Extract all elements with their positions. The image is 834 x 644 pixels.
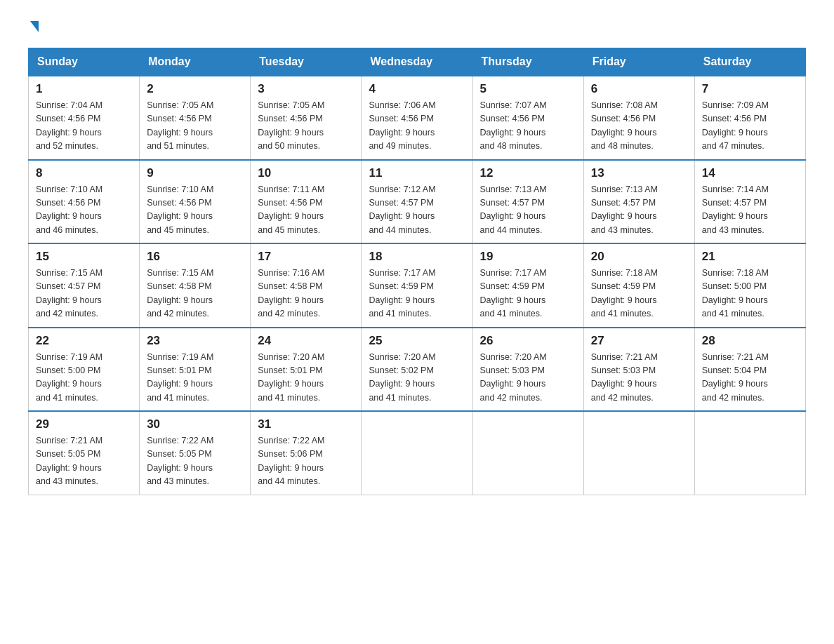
day-number: 25 [369,334,465,348]
day-info: Sunrise: 7:21 AM Sunset: 5:03 PM Dayligh… [591,351,687,405]
day-info: Sunrise: 7:21 AM Sunset: 5:04 PM Dayligh… [702,351,798,405]
day-number: 21 [702,250,798,264]
calendar-cell: 11 Sunrise: 7:12 AM Sunset: 4:57 PM Dayl… [362,160,472,244]
day-info: Sunrise: 7:10 AM Sunset: 4:56 PM Dayligh… [147,183,243,238]
calendar-cell: 19 Sunrise: 7:17 AM Sunset: 4:59 PM Dayl… [472,243,583,328]
day-info: Sunrise: 7:11 AM Sunset: 4:56 PM Dayligh… [258,183,354,238]
day-info: Sunrise: 7:12 AM Sunset: 4:57 PM Dayligh… [369,183,465,238]
day-number: 12 [480,166,576,180]
day-info: Sunrise: 7:06 AM Sunset: 4:56 PM Dayligh… [369,99,465,154]
day-info: Sunrise: 7:17 AM Sunset: 4:59 PM Dayligh… [369,267,465,321]
calendar-cell: 28 Sunrise: 7:21 AM Sunset: 5:04 PM Dayl… [694,328,805,412]
calendar-cell [583,411,694,495]
calendar-cell: 1 Sunrise: 7:04 AM Sunset: 4:56 PM Dayli… [29,76,140,160]
calendar-cell: 30 Sunrise: 7:22 AM Sunset: 5:05 PM Dayl… [140,411,251,495]
calendar-cell: 27 Sunrise: 7:21 AM Sunset: 5:03 PM Dayl… [583,328,694,412]
calendar-cell: 13 Sunrise: 7:13 AM Sunset: 4:57 PM Dayl… [583,160,694,244]
day-info: Sunrise: 7:04 AM Sunset: 4:56 PM Dayligh… [36,99,132,154]
day-info: Sunrise: 7:20 AM Sunset: 5:02 PM Dayligh… [369,351,465,405]
calendar-cell [694,411,805,495]
day-info: Sunrise: 7:15 AM Sunset: 4:57 PM Dayligh… [36,267,132,321]
day-info: Sunrise: 7:20 AM Sunset: 5:01 PM Dayligh… [258,351,354,405]
day-number: 13 [591,166,687,180]
calendar-cell [472,411,583,495]
calendar-cell: 12 Sunrise: 7:13 AM Sunset: 4:57 PM Dayl… [472,160,583,244]
weekday-header-tuesday: Tuesday [251,48,362,76]
day-number: 22 [36,334,132,348]
day-info: Sunrise: 7:08 AM Sunset: 4:56 PM Dayligh… [591,99,687,154]
day-number: 28 [702,334,798,348]
calendar-cell: 29 Sunrise: 7:21 AM Sunset: 5:05 PM Dayl… [29,411,140,495]
day-number: 11 [369,166,465,180]
day-info: Sunrise: 7:09 AM Sunset: 4:56 PM Dayligh… [702,99,798,154]
weekday-header-friday: Friday [583,48,694,76]
day-info: Sunrise: 7:05 AM Sunset: 4:56 PM Dayligh… [258,99,354,154]
calendar-table: SundayMondayTuesdayWednesdayThursdayFrid… [28,48,806,495]
day-info: Sunrise: 7:18 AM Sunset: 5:00 PM Dayligh… [702,267,798,321]
calendar-week-row: 15 Sunrise: 7:15 AM Sunset: 4:57 PM Dayl… [29,243,806,328]
calendar-week-row: 29 Sunrise: 7:21 AM Sunset: 5:05 PM Dayl… [29,411,806,495]
day-number: 31 [258,417,354,431]
day-info: Sunrise: 7:17 AM Sunset: 4:59 PM Dayligh… [480,267,576,321]
day-number: 18 [369,250,465,264]
calendar-week-row: 8 Sunrise: 7:10 AM Sunset: 4:56 PM Dayli… [29,160,806,244]
calendar-week-row: 1 Sunrise: 7:04 AM Sunset: 4:56 PM Dayli… [29,76,806,160]
day-number: 1 [36,82,132,96]
calendar-cell: 26 Sunrise: 7:20 AM Sunset: 5:03 PM Dayl… [472,328,583,412]
day-number: 27 [591,334,687,348]
calendar-cell: 7 Sunrise: 7:09 AM Sunset: 4:56 PM Dayli… [694,76,805,160]
calendar-cell: 9 Sunrise: 7:10 AM Sunset: 4:56 PM Dayli… [140,160,251,244]
day-number: 29 [36,417,132,431]
day-number: 7 [702,82,798,96]
calendar-cell: 20 Sunrise: 7:18 AM Sunset: 4:59 PM Dayl… [583,243,694,328]
day-number: 10 [258,166,354,180]
day-info: Sunrise: 7:22 AM Sunset: 5:06 PM Dayligh… [258,434,354,489]
calendar-cell: 14 Sunrise: 7:14 AM Sunset: 4:57 PM Dayl… [694,160,805,244]
day-info: Sunrise: 7:21 AM Sunset: 5:05 PM Dayligh… [36,434,132,489]
calendar-cell: 18 Sunrise: 7:17 AM Sunset: 4:59 PM Dayl… [362,243,472,328]
day-number: 14 [702,166,798,180]
day-info: Sunrise: 7:16 AM Sunset: 4:58 PM Dayligh… [258,267,354,321]
day-info: Sunrise: 7:10 AM Sunset: 4:56 PM Dayligh… [36,183,132,238]
day-info: Sunrise: 7:15 AM Sunset: 4:58 PM Dayligh… [147,267,243,321]
day-number: 3 [258,82,354,96]
day-number: 20 [591,250,687,264]
calendar-cell: 25 Sunrise: 7:20 AM Sunset: 5:02 PM Dayl… [362,328,472,412]
calendar-cell: 31 Sunrise: 7:22 AM Sunset: 5:06 PM Dayl… [251,411,362,495]
day-number: 24 [258,334,354,348]
day-number: 16 [147,250,243,264]
calendar-cell: 16 Sunrise: 7:15 AM Sunset: 4:58 PM Dayl… [140,243,251,328]
weekday-header-wednesday: Wednesday [362,48,472,76]
day-info: Sunrise: 7:13 AM Sunset: 4:57 PM Dayligh… [480,183,576,238]
weekday-header-row: SundayMondayTuesdayWednesdayThursdayFrid… [29,48,806,76]
calendar-week-row: 22 Sunrise: 7:19 AM Sunset: 5:00 PM Dayl… [29,328,806,412]
day-info: Sunrise: 7:19 AM Sunset: 5:00 PM Dayligh… [36,351,132,405]
day-number: 4 [369,82,465,96]
weekday-header-saturday: Saturday [694,48,805,76]
day-info: Sunrise: 7:05 AM Sunset: 4:56 PM Dayligh… [147,99,243,154]
logo-triangle-icon [30,21,39,32]
day-number: 15 [36,250,132,264]
day-number: 5 [480,82,576,96]
day-info: Sunrise: 7:13 AM Sunset: 4:57 PM Dayligh… [591,183,687,238]
weekday-header-monday: Monday [140,48,251,76]
day-info: Sunrise: 7:22 AM Sunset: 5:05 PM Dayligh… [147,434,243,489]
day-info: Sunrise: 7:20 AM Sunset: 5:03 PM Dayligh… [480,351,576,405]
calendar-cell: 24 Sunrise: 7:20 AM Sunset: 5:01 PM Dayl… [251,328,362,412]
day-number: 23 [147,334,243,348]
calendar-cell: 4 Sunrise: 7:06 AM Sunset: 4:56 PM Dayli… [362,76,472,160]
day-info: Sunrise: 7:14 AM Sunset: 4:57 PM Dayligh… [702,183,798,238]
logo [28,21,39,34]
calendar-cell: 3 Sunrise: 7:05 AM Sunset: 4:56 PM Dayli… [251,76,362,160]
day-number: 6 [591,82,687,96]
calendar-cell: 6 Sunrise: 7:08 AM Sunset: 4:56 PM Dayli… [583,76,694,160]
calendar-cell: 17 Sunrise: 7:16 AM Sunset: 4:58 PM Dayl… [251,243,362,328]
day-number: 2 [147,82,243,96]
calendar-cell: 5 Sunrise: 7:07 AM Sunset: 4:56 PM Dayli… [472,76,583,160]
day-number: 30 [147,417,243,431]
calendar-cell: 8 Sunrise: 7:10 AM Sunset: 4:56 PM Dayli… [29,160,140,244]
calendar-cell: 2 Sunrise: 7:05 AM Sunset: 4:56 PM Dayli… [140,76,251,160]
weekday-header-thursday: Thursday [472,48,583,76]
day-number: 8 [36,166,132,180]
calendar-cell [362,411,472,495]
